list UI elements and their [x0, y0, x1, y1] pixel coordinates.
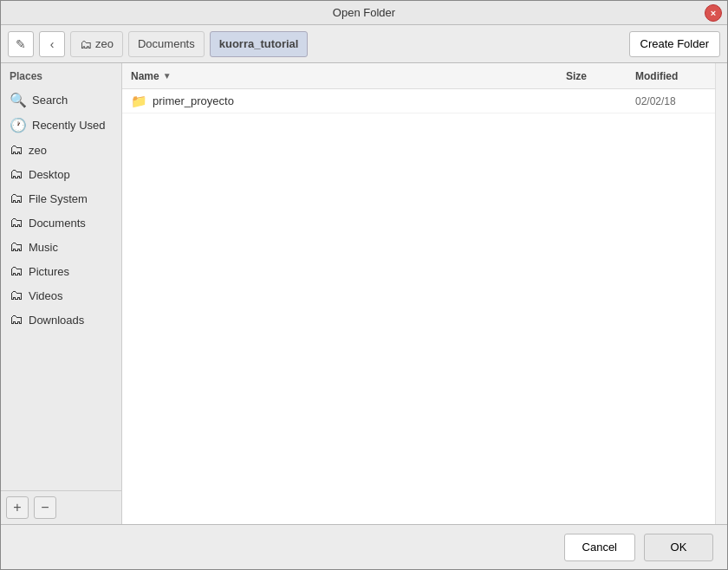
sidebar-item-desktop[interactable]: 🗂 Desktop	[1, 162, 121, 186]
dialog-footer: Cancel OK	[1, 524, 727, 569]
file-modified: 02/02/18	[628, 95, 715, 107]
breadcrumb-kuorra-label: kuorra_tutorial	[219, 37, 299, 50]
sidebar-item-file-system[interactable]: 🗂 File System	[1, 186, 121, 211]
breadcrumb-zeo-label: zeo	[95, 37, 114, 50]
file-pane: Name ▼ Size Modified 📁 primer_proyecto	[122, 63, 715, 524]
sidebar-item-music[interactable]: 🗂 Music	[1, 235, 121, 259]
sidebar-item-videos[interactable]: 🗂 Videos	[1, 283, 121, 308]
sidebar: Places 🔍 Search 🕐 Recently Used 🗂 zeo 🗂 …	[1, 63, 122, 524]
remove-place-button[interactable]: −	[34, 496, 56, 519]
desktop-icon: 🗂	[10, 166, 23, 182]
cancel-button[interactable]: Cancel	[564, 534, 635, 561]
breadcrumb-documents[interactable]: Documents	[128, 31, 205, 57]
file-name: primer_proyecto	[153, 94, 234, 107]
file-header: Name ▼ Size Modified	[122, 63, 715, 89]
edit-icon: ✎	[16, 37, 26, 51]
close-button[interactable]: ×	[705, 4, 722, 22]
sidebar-item-search-label: Search	[32, 94, 68, 107]
sidebar-item-music-label: Music	[29, 241, 58, 254]
sidebar-item-zeo-label: zeo	[29, 144, 47, 157]
sidebar-header: Places	[1, 63, 121, 86]
column-modified-label: Modified	[635, 70, 678, 82]
column-size-label: Size	[566, 70, 587, 82]
sidebar-item-pictures-label: Pictures	[29, 265, 69, 278]
create-folder-button[interactable]: Create Folder	[629, 31, 720, 57]
ok-button[interactable]: OK	[644, 534, 713, 561]
recently-used-icon: 🕐	[10, 117, 27, 133]
search-icon: 🔍	[10, 92, 27, 108]
scrollbar[interactable]	[715, 63, 727, 524]
sidebar-item-desktop-label: Desktop	[29, 168, 70, 181]
title-bar: Open Folder ×	[1, 1, 727, 25]
breadcrumb-zeo[interactable]: 🗂 zeo	[70, 31, 123, 57]
sidebar-item-videos-label: Videos	[29, 289, 63, 302]
sidebar-footer: + −	[1, 490, 121, 524]
add-place-button[interactable]: +	[6, 496, 29, 519]
sidebar-item-downloads-label: Downloads	[29, 314, 84, 327]
sidebar-item-recently-used[interactable]: 🕐 Recently Used	[1, 113, 121, 138]
music-icon: 🗂	[10, 239, 23, 255]
sidebar-item-recently-used-label: Recently Used	[32, 119, 106, 132]
file-system-icon: 🗂	[10, 191, 23, 206]
file-row-name: 📁 primer_proyecto	[122, 94, 559, 109]
column-name-header[interactable]: Name ▼	[122, 70, 559, 82]
column-name-label: Name	[131, 70, 159, 82]
back-button[interactable]: ‹	[39, 31, 65, 57]
edit-button[interactable]: ✎	[8, 31, 34, 57]
toolbar: ✎ ‹ 🗂 zeo Documents kuorra_tutorial Crea…	[1, 25, 727, 63]
zeo-icon: 🗂	[10, 142, 23, 158]
back-icon: ‹	[50, 37, 55, 51]
sort-arrow: ▼	[163, 71, 172, 81]
folder-file-icon: 📁	[131, 94, 147, 109]
sidebar-item-search[interactable]: 🔍 Search	[1, 87, 121, 113]
videos-icon: 🗂	[10, 288, 23, 303]
sidebar-items: 🔍 Search 🕐 Recently Used 🗂 zeo 🗂 Desktop…	[1, 86, 121, 490]
file-list: 📁 primer_proyecto 02/02/18	[122, 89, 715, 524]
pictures-icon: 🗂	[10, 263, 23, 279]
breadcrumb-documents-label: Documents	[138, 37, 195, 50]
dialog-title: Open Folder	[333, 6, 395, 19]
main-content: Places 🔍 Search 🕐 Recently Used 🗂 zeo 🗂 …	[1, 63, 727, 524]
open-folder-dialog: Open Folder × ✎ ‹ 🗂 zeo Documents kuorra…	[0, 0, 728, 570]
sidebar-item-pictures[interactable]: 🗂 Pictures	[1, 259, 121, 283]
column-modified-header[interactable]: Modified	[628, 70, 715, 82]
sidebar-item-documents-label: Documents	[29, 217, 86, 230]
sidebar-item-documents[interactable]: 🗂 Documents	[1, 211, 121, 235]
downloads-icon: 🗂	[10, 312, 23, 327]
column-size-header[interactable]: Size	[559, 70, 628, 82]
documents-icon: 🗂	[10, 215, 23, 230]
sidebar-item-file-system-label: File System	[29, 192, 88, 205]
sidebar-item-downloads[interactable]: 🗂 Downloads	[1, 308, 121, 332]
folder-icon: 🗂	[80, 37, 92, 51]
table-row[interactable]: 📁 primer_proyecto 02/02/18	[122, 89, 715, 113]
breadcrumb-kuorra-tutorial[interactable]: kuorra_tutorial	[210, 31, 309, 57]
sidebar-item-zeo[interactable]: 🗂 zeo	[1, 138, 121, 162]
